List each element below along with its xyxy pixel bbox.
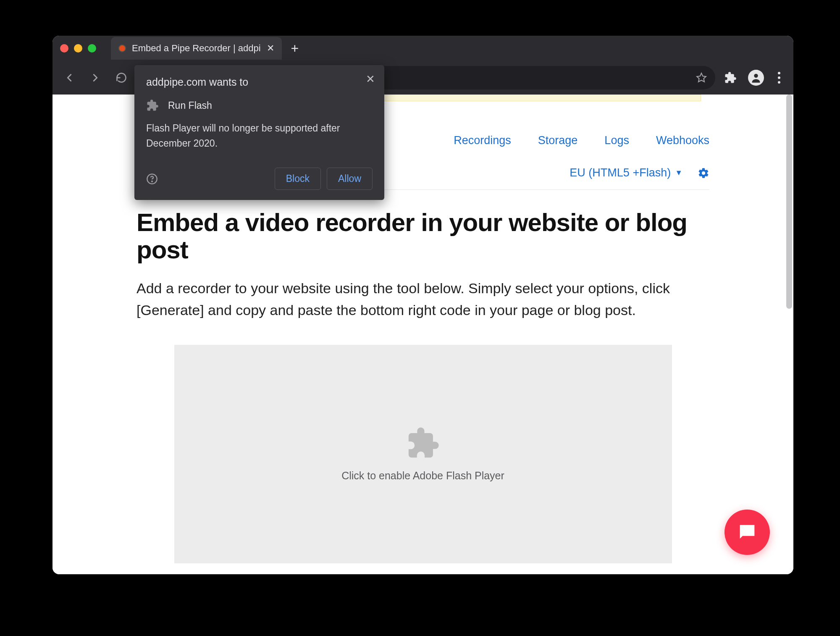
tab-title: Embed a Pipe Recorder | addpi: [132, 43, 261, 54]
profile-button[interactable]: [748, 70, 764, 86]
permission-popup: ✕ addpipe.com wants to Run Flash Flash P…: [134, 65, 384, 200]
forward-button[interactable]: [84, 67, 106, 89]
window-controls: [60, 44, 96, 53]
window-maximize-button[interactable]: [88, 44, 96, 53]
nav-link-recordings[interactable]: Recordings: [454, 134, 511, 147]
tab-close-button[interactable]: ✕: [267, 43, 274, 54]
puzzle-icon: [406, 426, 440, 462]
browser-window: Embed a Pipe Recorder | addpi ✕ + addpip…: [52, 36, 793, 574]
scrollbar[interactable]: [786, 95, 792, 309]
nav-link-storage[interactable]: Storage: [538, 134, 578, 147]
new-tab-button[interactable]: +: [291, 42, 299, 55]
tab-bar: Embed a Pipe Recorder | addpi ✕ +: [52, 36, 793, 61]
page-lead: Add a recorder to your website using the…: [136, 277, 709, 321]
bookmark-star-icon[interactable]: [696, 72, 707, 83]
help-icon[interactable]: [146, 173, 158, 185]
block-button[interactable]: Block: [275, 168, 321, 190]
window-minimize-button[interactable]: [74, 44, 82, 53]
flash-enable-area[interactable]: Click to enable Adobe Flash Player: [174, 345, 672, 563]
page-heading: Embed a video recorder in your website o…: [136, 209, 709, 264]
permission-item-row: Run Flash: [146, 99, 373, 112]
browser-tab[interactable]: Embed a Pipe Recorder | addpi ✕: [111, 37, 282, 60]
nav-link-logs[interactable]: Logs: [604, 134, 629, 147]
window-close-button[interactable]: [60, 44, 68, 53]
settings-gear-icon[interactable]: [698, 167, 709, 179]
region-dropdown-label: EU (HTML5 +Flash): [570, 166, 671, 179]
popup-close-button[interactable]: ✕: [366, 73, 375, 86]
permission-item-label: Run Flash: [168, 100, 212, 111]
permission-buttons: Block Allow: [275, 168, 373, 190]
svg-point-1: [754, 74, 758, 78]
svg-point-3: [152, 181, 152, 182]
browser-menu-button[interactable]: [771, 72, 788, 84]
chat-fab-button[interactable]: [724, 510, 770, 555]
permission-description: Flash Player will no longer be supported…: [146, 121, 373, 151]
puzzle-icon: [146, 99, 159, 112]
svg-marker-0: [697, 73, 706, 82]
flash-prompt-text: Click to enable Adobe Flash Player: [341, 470, 504, 482]
favicon-icon: [118, 45, 126, 52]
reload-button[interactable]: [110, 67, 132, 89]
allow-button[interactable]: Allow: [327, 168, 373, 190]
extensions-button[interactable]: [719, 67, 741, 89]
nav-link-webhooks[interactable]: Webhooks: [656, 134, 709, 147]
chevron-down-icon: ▼: [675, 168, 682, 177]
permission-actions: Block Allow: [146, 168, 373, 190]
permission-title: addpipe.com wants to: [146, 76, 373, 88]
back-button[interactable]: [58, 67, 80, 89]
region-dropdown[interactable]: EU (HTML5 +Flash) ▼: [570, 166, 682, 179]
